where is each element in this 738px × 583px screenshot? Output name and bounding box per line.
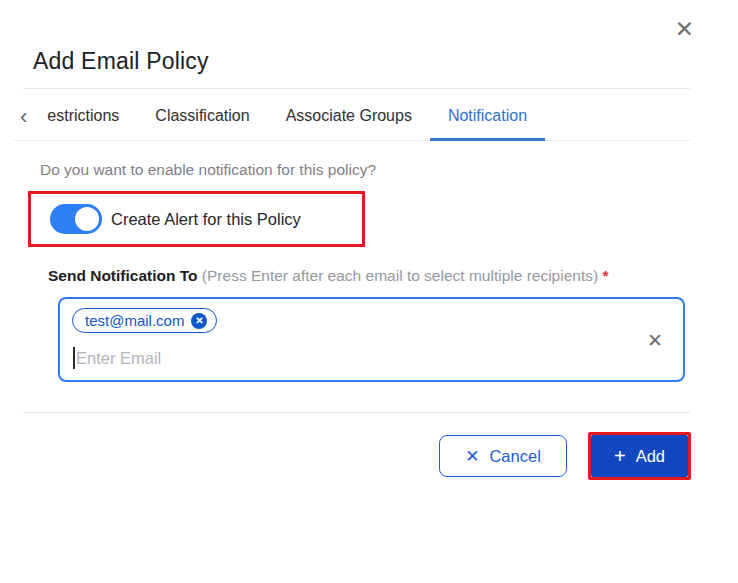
cancel-button-label: Cancel <box>489 447 540 466</box>
tab-associate-groups[interactable]: Associate Groups <box>268 92 430 140</box>
text-cursor <box>73 347 75 369</box>
field-label-text: Send Notification To <box>48 267 198 284</box>
toggle-label: Create Alert for this Policy <box>111 210 301 229</box>
add-plus-icon: + <box>614 445 626 468</box>
cancel-button[interactable]: ✕ Cancel <box>439 435 567 477</box>
chip-remove-icon[interactable]: ✕ <box>191 313 207 329</box>
toggle-knob <box>75 207 99 231</box>
add-button[interactable]: + Add <box>591 435 688 477</box>
tab-classification[interactable]: Classification <box>137 92 267 140</box>
tab-notification[interactable]: Notification <box>430 92 545 140</box>
enable-notification-question: Do you want to enable notification for t… <box>40 161 738 179</box>
required-asterisk: * <box>602 267 608 284</box>
field-label-hint: (Press Enter after each email to select … <box>202 267 598 284</box>
cancel-x-icon: ✕ <box>465 446 479 467</box>
tab-bar: ‹ estrictions Classification Associate G… <box>14 89 690 141</box>
email-chip: test@mail.com ✕ <box>72 308 217 333</box>
add-email-policy-dialog: ✕ Add Email Policy ‹ estrictions Classif… <box>0 0 738 583</box>
add-highlight-box: + Add <box>588 432 691 480</box>
email-recipients-field[interactable]: test@mail.com ✕ ✕ <box>58 297 685 382</box>
clear-field-icon[interactable]: ✕ <box>647 330 663 349</box>
tab-restrictions[interactable]: estrictions <box>29 92 137 140</box>
email-chip-label: test@mail.com <box>85 312 184 329</box>
tabs-scroll-left-icon[interactable]: ‹ <box>14 106 29 140</box>
footer-actions: ✕ Cancel + Add <box>0 432 738 480</box>
close-icon[interactable]: ✕ <box>675 18 694 41</box>
send-notification-label: Send Notification To (Press Enter after … <box>48 263 626 288</box>
add-button-label: Add <box>636 447 665 466</box>
email-entry-row <box>73 347 396 369</box>
page-title: Add Email Policy <box>33 0 738 75</box>
toggle-highlight-box: Create Alert for this Policy <box>28 191 365 247</box>
email-input[interactable] <box>76 349 396 368</box>
create-alert-toggle[interactable] <box>50 204 102 234</box>
footer-divider <box>23 412 690 413</box>
